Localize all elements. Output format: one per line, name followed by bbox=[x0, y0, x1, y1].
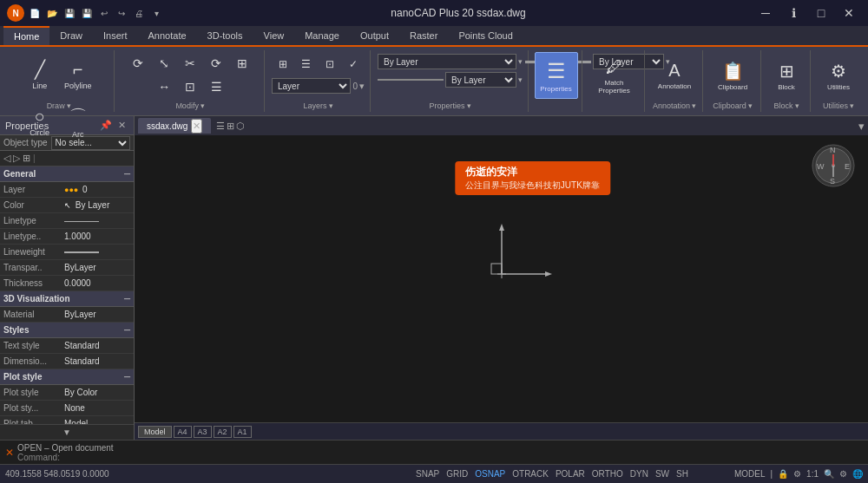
grid-button[interactable]: GRID bbox=[446, 469, 468, 479]
canvas-tab-ssdax[interactable]: ssdax.dwg ✕ bbox=[138, 118, 211, 134]
tab-raster[interactable]: Raster bbox=[399, 26, 448, 45]
prop-transparency[interactable]: Transpar.. ByLayer bbox=[0, 260, 134, 276]
prop-linetype-scale[interactable]: Linetype.. 1.0000 bbox=[0, 229, 134, 245]
svg-text:Y: Y bbox=[497, 222, 503, 224]
annotation-button[interactable]: A Annotation bbox=[653, 52, 696, 99]
polar-button[interactable]: POLAR bbox=[556, 469, 585, 479]
model-tab-button[interactable]: Model bbox=[138, 426, 172, 438]
qa-open[interactable]: 📂 bbox=[45, 6, 59, 20]
modify-btn4[interactable]: ⟳ bbox=[204, 53, 228, 74]
layer-select[interactable]: Layer bbox=[272, 78, 351, 94]
polyline-button[interactable]: ⌐ Polyline bbox=[60, 52, 96, 97]
color-select[interactable]: By Layer bbox=[378, 54, 516, 69]
section-3d-viz[interactable]: 3D Visualization ─ bbox=[0, 291, 134, 307]
modify-btn6[interactable]: ↔ bbox=[152, 76, 176, 97]
prop-dim-style[interactable]: Dimensio... Standard bbox=[0, 354, 134, 369]
tab-pointscloud[interactable]: Points Cloud bbox=[448, 26, 523, 45]
match-properties-button[interactable]: 🖊 Match Properties bbox=[589, 52, 639, 99]
otrack-button[interactable]: OTRACK bbox=[512, 469, 549, 479]
panel-nav-btn1[interactable]: ◁ bbox=[3, 153, 10, 164]
view-icon-list[interactable]: ☰ bbox=[216, 121, 225, 132]
panel-nav-btn2[interactable]: ▷ bbox=[13, 153, 20, 164]
prop-color[interactable]: Color ↖ By Layer bbox=[0, 198, 134, 213]
modify-btn1[interactable]: ⟳ bbox=[126, 53, 150, 74]
layer-chevron: ▾ bbox=[359, 81, 365, 92]
info-button[interactable]: ℹ bbox=[781, 4, 806, 22]
panel-pin-button[interactable]: 📌 bbox=[99, 119, 113, 133]
tab-output[interactable]: Output bbox=[350, 26, 399, 45]
prop-plot-style-name[interactable]: Plot sty... None bbox=[0, 401, 134, 416]
linetype-select[interactable]: By Layer bbox=[445, 72, 516, 88]
command-input[interactable] bbox=[63, 453, 863, 462]
block-button[interactable]: ⊞ Block bbox=[765, 52, 808, 99]
layer-toolbar-btn2[interactable]: ☰ bbox=[295, 54, 317, 75]
prop-material[interactable]: Material ByLayer bbox=[0, 307, 134, 323]
sw-button[interactable]: SW bbox=[655, 469, 669, 479]
tab-annotate[interactable]: Annotate bbox=[138, 26, 197, 45]
a4-tab-button[interactable]: A4 bbox=[174, 426, 192, 438]
canvas-tab-close-button[interactable]: ✕ bbox=[191, 119, 202, 134]
prop-lineweight[interactable]: Lineweight bbox=[0, 245, 134, 260]
block-expand-icon: ▾ bbox=[795, 101, 799, 110]
status-lock-button[interactable]: 🔒 bbox=[778, 469, 788, 479]
prop-thickness[interactable]: Thickness 0.0000 bbox=[0, 276, 134, 291]
qa-saveas[interactable]: 💾 bbox=[80, 6, 94, 20]
tab-view[interactable]: View bbox=[253, 26, 295, 45]
tab-3dtools[interactable]: 3D-tools bbox=[197, 26, 253, 45]
tab-manage[interactable]: Manage bbox=[294, 26, 350, 45]
qa-undo[interactable]: ↩ bbox=[97, 6, 111, 20]
qa-print[interactable]: 🖨 bbox=[132, 6, 146, 20]
prop-text-style[interactable]: Text style Standard bbox=[0, 338, 134, 354]
panel-scroll-down[interactable]: ▼ bbox=[0, 424, 134, 440]
tab-draw[interactable]: Draw bbox=[49, 26, 93, 45]
utilities-button[interactable]: ⚙ Utilities bbox=[817, 52, 860, 99]
modify-btn7[interactable]: ⊡ bbox=[178, 76, 202, 97]
modify-btn8[interactable]: ☰ bbox=[204, 76, 228, 97]
network-button[interactable]: 🌐 bbox=[852, 469, 863, 479]
ortho-button[interactable]: ORTHO bbox=[592, 469, 623, 479]
line-button[interactable]: ╱ Line bbox=[22, 52, 58, 97]
command-close-button[interactable]: ✕ bbox=[5, 447, 14, 459]
layer-toolbar-btn3[interactable]: ⊡ bbox=[319, 54, 341, 75]
tab-home[interactable]: Home bbox=[3, 26, 49, 45]
minimize-button[interactable]: ─ bbox=[753, 4, 778, 22]
properties-button[interactable]: ☰ Properties bbox=[535, 52, 578, 99]
view-icon-3d[interactable]: ⬡ bbox=[236, 121, 245, 132]
clipboard-button[interactable]: 📋 Clipboard bbox=[711, 52, 754, 99]
layer-toolbar-btn1[interactable]: ⊞ bbox=[272, 54, 293, 75]
zoom-button[interactable]: 🔍 bbox=[824, 469, 834, 479]
prop-linetype[interactable]: Linetype bbox=[0, 213, 134, 229]
prop-layer[interactable]: Layer ●●● 0 bbox=[0, 182, 134, 198]
qa-more[interactable]: ▾ bbox=[149, 6, 163, 20]
section-plot-style[interactable]: Plot style ─ bbox=[0, 369, 134, 385]
sh-button[interactable]: SH bbox=[676, 469, 688, 479]
prop-plot-table[interactable]: Plot tab... Model bbox=[0, 416, 134, 424]
settings-button[interactable]: ⚙ bbox=[839, 469, 847, 479]
close-button[interactable]: ✕ bbox=[837, 4, 861, 22]
a2-tab-button[interactable]: A2 bbox=[214, 426, 232, 438]
canvas-tab-chevron[interactable]: ▾ bbox=[858, 120, 865, 133]
qa-save[interactable]: 💾 bbox=[62, 6, 76, 20]
snap-button[interactable]: SNAP bbox=[416, 469, 439, 479]
section-general[interactable]: General ─ bbox=[0, 166, 134, 182]
modify-btn2[interactable]: ⤡ bbox=[152, 53, 176, 74]
modify-btn3[interactable]: ✂ bbox=[178, 53, 202, 74]
section-styles[interactable]: Styles ─ bbox=[0, 323, 134, 338]
layer-toolbar-btn4[interactable]: ✓ bbox=[343, 54, 365, 75]
drawing-canvas[interactable]: X Y N S W E bbox=[135, 135, 868, 422]
a3-tab-button[interactable]: A3 bbox=[194, 426, 212, 438]
osnap-button[interactable]: OSNAP bbox=[475, 469, 505, 479]
panel-nav-btn3[interactable]: ⊞ bbox=[23, 153, 30, 164]
qa-redo[interactable]: ↪ bbox=[115, 6, 128, 20]
maximize-button[interactable]: □ bbox=[809, 4, 833, 22]
a1-tab-button[interactable]: A1 bbox=[233, 426, 252, 438]
ribbon-group-block: ⊞ Block Block ▾ bbox=[763, 50, 811, 112]
status-gear-button[interactable]: ⚙ bbox=[793, 469, 801, 479]
panel-close-button[interactable]: ✕ bbox=[115, 119, 128, 133]
prop-plot-style[interactable]: Plot style By Color bbox=[0, 385, 134, 401]
dyn-button[interactable]: DYN bbox=[630, 469, 648, 479]
tab-insert[interactable]: Insert bbox=[93, 26, 138, 45]
modify-btn5[interactable]: ⊞ bbox=[230, 53, 254, 74]
view-icon-grid[interactable]: ⊞ bbox=[227, 121, 234, 132]
qa-new[interactable]: 📄 bbox=[28, 6, 42, 20]
